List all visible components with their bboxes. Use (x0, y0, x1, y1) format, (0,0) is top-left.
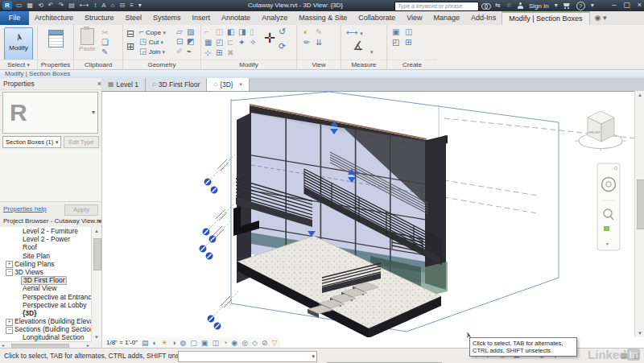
tree-item[interactable]: Level 2 - Furniture (0, 227, 91, 235)
ribbon-state-caret-icon[interactable]: ◉ ▾ (590, 11, 612, 25)
building-model[interactable] (233, 105, 448, 337)
apply-button[interactable]: Apply (64, 204, 98, 216)
hide-icon[interactable]: ◔ (223, 339, 227, 347)
properties-palette-header[interactable]: Properties × (0, 78, 105, 90)
search-input[interactable]: Type a keyword or phrase (394, 2, 479, 11)
category-dropdown[interactable]: Section Boxes (1)▾ (2, 136, 61, 148)
tab-structure[interactable]: Structure (79, 11, 120, 25)
view-tab-3d-first-floor[interactable]: ⌂3D First Floor (146, 78, 207, 91)
dormer-opening-icon[interactable]: ◩ (187, 37, 197, 47)
project-browser-header[interactable]: Project Browser - Cutaway View.rvt × (0, 216, 105, 228)
dimension-icon[interactable]: ↕ (93, 1, 97, 10)
type-selector[interactable]: R ▾ (2, 92, 98, 134)
constraints-icon[interactable]: ▽ (272, 339, 278, 347)
view-3d-icon[interactable]: ⌂ (111, 1, 115, 10)
match-type-icon[interactable]: ✎ (101, 47, 109, 57)
panel-label-measure[interactable]: Measure (341, 60, 386, 69)
scale-control[interactable]: 1/8" = 1'-0" (106, 339, 138, 346)
expand-plus-icon[interactable]: + (6, 319, 13, 326)
join-button[interactable]: ◲ Join ▾ (139, 47, 166, 56)
cope-button[interactable]: ⌐ Cope ▾ (139, 27, 166, 37)
properties-help-link[interactable]: Properties help (3, 205, 47, 212)
panel-label-geometry[interactable]: Geometry (123, 60, 200, 69)
tab-massing-site[interactable]: Massing & Site (293, 11, 353, 25)
text-icon[interactable]: A (101, 1, 105, 10)
minimize-button[interactable]: – (612, 0, 616, 10)
visual-style-icon[interactable]: ◐ (153, 339, 157, 347)
shadows-icon[interactable]: ◑ (171, 339, 175, 347)
viewcube-front-label[interactable]: FRONT (589, 130, 601, 134)
help-icon[interactable]: ? (576, 2, 585, 10)
view-tab--3d-[interactable]: ⌂{3D}× (207, 78, 250, 91)
tab-file[interactable]: File (0, 11, 29, 25)
tab-analyze[interactable]: Analyze (256, 11, 293, 25)
collapse-minus-icon[interactable]: − (6, 327, 13, 334)
join-geometry-icon[interactable]: ⊞ (126, 42, 134, 55)
print-icon[interactable]: ▤ (68, 1, 75, 10)
by-face-opening-icon[interactable]: ⊡ (176, 37, 187, 47)
temp-view-icon[interactable]: ◇ (252, 339, 258, 347)
crop-icon[interactable]: ▢ (190, 339, 197, 347)
paintbrush-icon[interactable]: ✏ (303, 38, 316, 48)
tab-insert[interactable]: Insert (187, 11, 217, 25)
edit-type-button[interactable]: Edit Type (64, 136, 99, 148)
offset-icon[interactable]: ◫ (216, 27, 227, 38)
rotate-icon[interactable]: ↺ (279, 27, 286, 37)
tab-modify-section-boxes[interactable]: Modify | Section Boxes (502, 11, 589, 25)
undo-icon[interactable]: ↶ (48, 1, 54, 10)
type-selector-caret-icon[interactable]: ▾ (92, 109, 95, 116)
sun-icon[interactable]: ☀ (161, 339, 167, 347)
help-caret-icon[interactable]: ▾ (591, 1, 594, 10)
tree-item[interactable]: +Elevations (Building Elevation (0, 317, 91, 325)
tree-item[interactable]: Roof (0, 243, 91, 251)
collapse-minus-icon[interactable]: − (6, 269, 13, 276)
tab-collaborate[interactable]: Collaborate (353, 11, 401, 25)
create-similar-icon[interactable]: ⊞ (405, 38, 418, 48)
pin-icon[interactable]: ✦ (238, 38, 250, 48)
tree-item[interactable]: Perspective at Entrance (0, 293, 91, 301)
move-icon[interactable]: ⊹ (204, 48, 216, 59)
copy-to-clipboard-icon[interactable]: ❏ (101, 38, 109, 47)
tree-item[interactable]: −Sections (Building Section) (0, 325, 91, 333)
modify-tool-button[interactable]: ➢ Modify (4, 27, 33, 60)
show-crop-icon[interactable]: ▣ (201, 339, 208, 347)
restore-button[interactable]: ▢ (623, 0, 630, 10)
create-assembly-icon[interactable]: ◫ (405, 27, 418, 38)
tree-item[interactable]: {3D} (0, 309, 91, 317)
cut-geometry-icon[interactable]: ⊟ (126, 29, 134, 42)
copy-icon[interactable]: ⊞ (216, 48, 227, 59)
delete-icon[interactable]: ✖ (227, 48, 238, 59)
thin-lines-icon[interactable]: ≡ (130, 1, 134, 10)
measure-between-icon[interactable]: ⟷ ▾ (346, 28, 363, 37)
tree-item[interactable]: +Ceiling Plans (0, 260, 91, 268)
shaft-opening-icon[interactable]: ▨ (187, 27, 197, 37)
wall-opening-icon[interactable]: ▱ (176, 27, 187, 37)
customize-icon[interactable]: ▾ (138, 1, 142, 10)
favorites-star-icon[interactable]: ☆ (506, 1, 512, 10)
sign-in-link[interactable]: Sign In (529, 2, 549, 10)
panel-label-modify[interactable]: Modify (201, 60, 296, 69)
scale-icon[interactable]: ◰ (216, 38, 227, 48)
scrollbar-thumb[interactable] (93, 238, 101, 270)
unpin-icon[interactable]: ✧ (250, 38, 261, 48)
tree-item[interactable]: Perspective at Lobby (0, 301, 91, 309)
mirror-icon[interactable]: ◧ (227, 27, 238, 38)
tree-item[interactable]: −3D Views (0, 268, 91, 276)
tab-steel[interactable]: Steel (120, 11, 148, 25)
level-datum-tags[interactable] (200, 155, 238, 329)
tree-item[interactable]: Longitudinal Section (0, 333, 91, 341)
tree-item[interactable]: Site Plan (0, 252, 91, 260)
close-button[interactable]: × (638, 0, 642, 10)
tab-view[interactable]: View (401, 11, 427, 25)
lightbulb-icon[interactable]: ◐ (303, 27, 316, 38)
tab-architecture[interactable]: Architecture (29, 11, 79, 25)
tab-systems[interactable]: Systems (147, 11, 187, 25)
worksharing-icon[interactable]: ◎ (242, 339, 248, 347)
navbar-expand-icon[interactable]: ▾ (606, 241, 609, 246)
section-icon[interactable]: ⊟ (119, 1, 125, 10)
save-icon[interactable]: ▦ (27, 1, 34, 10)
panel-label-select[interactable]: Select ▾ (0, 60, 37, 69)
array-icon[interactable]: ▦ (204, 38, 216, 48)
worksets-icon[interactable]: ◔ (167, 351, 171, 359)
tab-manage[interactable]: Manage (428, 11, 466, 25)
